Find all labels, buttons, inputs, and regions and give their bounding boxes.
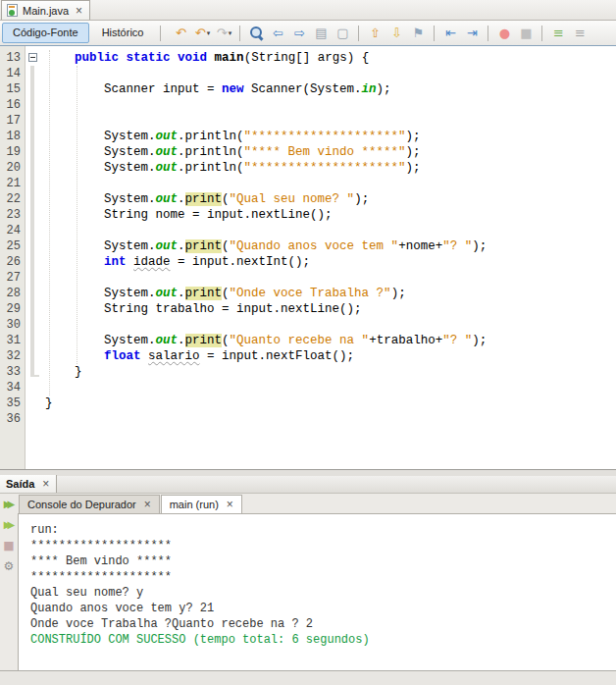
fold-gutter <box>26 113 41 129</box>
code-line[interactable]: 34 <box>0 380 616 395</box>
line-number: 16 <box>0 97 26 113</box>
tab-historico[interactable]: Histórico <box>91 23 155 43</box>
forward-icon[interactable]: ↷▾ <box>214 24 233 43</box>
code-line[interactable]: 27 <box>0 270 616 286</box>
code-line[interactable]: 18 System.out.println("*****************… <box>0 129 616 144</box>
fold-line <box>30 207 34 223</box>
line-number: 24 <box>0 223 26 238</box>
previous-bookmark-icon[interactable]: ⇧ <box>365 24 385 43</box>
close-icon[interactable]: × <box>42 479 49 489</box>
code-line[interactable]: 35} <box>0 395 616 411</box>
line-number: 30 <box>0 317 26 333</box>
code-line[interactable]: 13 public static void main(String[] args… <box>0 50 616 66</box>
back-icon[interactable]: ↶▾ <box>192 24 212 43</box>
tab-codigo-fonte[interactable]: Código-Fonte <box>2 23 89 43</box>
line-number: 22 <box>0 191 26 207</box>
code-text <box>41 380 616 395</box>
code-text: System.out.print("Qual seu nome? "); <box>41 191 616 207</box>
code-line[interactable]: 17 <box>0 113 616 129</box>
splitter[interactable] <box>0 469 616 476</box>
code-text: System.out.println("**** Bem vindo *****… <box>41 144 616 160</box>
fold-gutter <box>26 317 41 333</box>
java-file-icon <box>7 4 18 17</box>
rerun-with-changes-icon[interactable]: ▶▶ <box>1 517 17 532</box>
comment-icon[interactable]: ≡ <box>548 24 568 43</box>
code-line[interactable]: 23 String nome = input.nextLine(); <box>0 207 616 223</box>
code-line[interactable]: 24 <box>0 223 616 238</box>
rerun-icon[interactable]: ▶▶ <box>1 497 17 511</box>
close-icon[interactable]: × <box>227 500 233 509</box>
line-number: 17 <box>0 113 26 129</box>
shift-line-left-icon[interactable]: ⇤ <box>440 24 460 43</box>
close-icon[interactable]: × <box>144 500 151 509</box>
fold-line <box>30 176 34 191</box>
fold-line <box>30 81 34 97</box>
shift-line-right-icon[interactable]: ⇥ <box>462 24 482 43</box>
settings-icon[interactable]: ⚙ <box>1 558 17 573</box>
code-line[interactable]: 19 System.out.println("**** Bem vindo **… <box>0 144 616 160</box>
tab-main-run[interactable]: main (run) × <box>161 495 242 513</box>
console-line: run: <box>30 522 616 538</box>
code-line[interactable]: 16 <box>0 97 616 113</box>
console-output[interactable]: run:************************ Bem vindo *… <box>18 513 616 670</box>
status-bar <box>0 670 616 685</box>
stop-macro-recording-icon[interactable]: ■ <box>516 24 536 43</box>
code-line[interactable]: 30 <box>0 317 616 333</box>
console-line: Quando anos voce tem y? 21 <box>30 601 616 616</box>
editor-toolbar: Código-Fonte Histórico ↶↶▾↷▾⇦⇨▤▢⇧⇩⚑⇤⇥●■≡… <box>0 21 616 46</box>
code-line[interactable]: 36 <box>0 411 616 427</box>
tab-label: Console do Depurador <box>27 499 136 510</box>
toggle-highlight-search-icon[interactable]: ▤ <box>311 24 331 43</box>
fold-gutter <box>26 364 41 380</box>
fold-line <box>30 238 34 254</box>
dropdown-caret-icon[interactable]: ▾ <box>207 29 211 37</box>
fold-line <box>30 113 34 129</box>
code-line[interactable]: 31 System.out.print("Quanto recebe na "+… <box>0 333 616 348</box>
toolbar-separator <box>160 26 161 41</box>
close-icon[interactable]: × <box>76 6 82 16</box>
code-line[interactable]: 26 int idade = input.nextInt(); <box>0 254 616 270</box>
code-line[interactable]: 14 <box>0 66 616 81</box>
start-macro-recording-icon[interactable]: ● <box>494 24 514 43</box>
tab-main-java[interactable]: Main.java × <box>1 0 90 20</box>
tab-console-do-depurador[interactable]: Console do Depurador × <box>19 495 160 513</box>
fold-line <box>30 286 34 301</box>
code-editor[interactable]: 13 public static void main(String[] args… <box>0 46 616 469</box>
code-lines: 13 public static void main(String[] args… <box>0 50 616 427</box>
code-line[interactable]: 29 String trabalho = input.nextLine(); <box>0 301 616 317</box>
code-line[interactable]: 32 float salario = input.nextFloat(); <box>0 348 616 364</box>
fold-gutter <box>26 301 41 317</box>
code-line[interactable]: 20 System.out.println("*****************… <box>0 160 616 176</box>
fold-gutter <box>26 286 41 301</box>
code-line[interactable]: 15 Scanner input = new Scanner(System.in… <box>0 81 616 97</box>
code-text <box>41 113 616 129</box>
console-line: Qual seu nome? y <box>30 585 616 601</box>
find-next-occurrence-icon[interactable]: ⇨ <box>289 24 309 43</box>
code-line[interactable]: 21 <box>0 176 616 191</box>
uncomment-icon[interactable]: ≡ <box>570 24 590 43</box>
code-text: } <box>41 395 616 411</box>
code-line[interactable]: 33 } <box>0 364 616 380</box>
code-text <box>41 270 616 286</box>
code-line[interactable]: 22 System.out.print("Qual seu nome? "); <box>0 191 616 207</box>
fold-gutter <box>26 348 41 364</box>
dropdown-caret-icon[interactable]: ▾ <box>229 29 232 37</box>
console-line: ******************** <box>30 569 616 585</box>
find-icon[interactable] <box>246 24 266 43</box>
rectangular-selection-icon[interactable]: ▢ <box>333 24 352 43</box>
code-line[interactable]: 28 System.out.print("Onde voce Trabalha … <box>0 286 616 301</box>
last-edit-position-icon[interactable]: ↶ <box>171 24 190 43</box>
editor-toolbar-icons: ↶↶▾↷▾⇦⇨▤▢⇧⇩⚑⇤⇥●■≡≡ <box>171 24 590 43</box>
toggle-bookmark-icon[interactable]: ⚑ <box>408 24 428 43</box>
code-text <box>41 411 616 427</box>
line-number: 13 <box>0 50 26 66</box>
tab-saida[interactable]: Saída × <box>0 475 57 493</box>
next-bookmark-icon[interactable]: ⇩ <box>386 24 406 43</box>
fold-gutter <box>26 97 41 113</box>
fold-collapse-icon[interactable] <box>28 53 37 62</box>
find-previous-occurrence-icon[interactable]: ⇦ <box>268 24 287 43</box>
toolbar-separator <box>541 26 542 41</box>
code-text: System.out.print("Quanto recebe na "+tra… <box>41 333 616 348</box>
code-line[interactable]: 25 System.out.print("Quando anos voce te… <box>0 238 616 254</box>
code-text: System.out.println("********************… <box>41 129 616 144</box>
